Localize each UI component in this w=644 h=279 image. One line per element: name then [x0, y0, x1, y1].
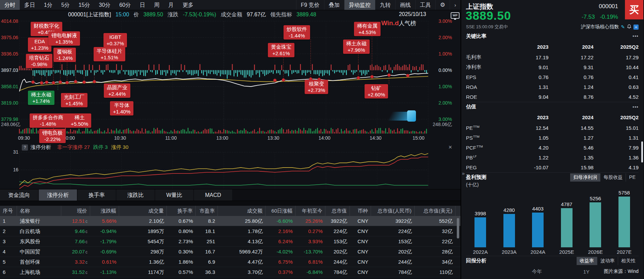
column-header-币种[interactable]: 币种	[350, 206, 371, 216]
metric-row-PCF: PCFTTM4.205.467.99	[466, 143, 639, 153]
sector-label-培育钻石[interactable]: 培育钻石-0.98%	[26, 54, 52, 68]
tool-button-F9 竞价[interactable]: F9 竞价	[296, 0, 324, 10]
bar-category: 2026E	[588, 249, 603, 256]
period-tab-多日[interactable]: 多日	[20, 0, 39, 10]
gear-icon[interactable]: ⚙	[435, 0, 450, 10]
tab-涨跌比[interactable]: 涨跌比	[116, 189, 155, 201]
lead-value: 3889.48	[296, 12, 316, 18]
panel-collapse-handle[interactable]: »	[462, 170, 465, 176]
period-1y[interactable]: 1Y	[583, 269, 589, 275]
sector-label-半导体硅片[interactable]: 半导体硅片+1.51%	[94, 47, 125, 61]
metric-row-PEG: PEG-10.0715.984.19	[466, 162, 639, 172]
column-header-成交额[interactable]: 成交额	[218, 206, 265, 216]
cell-成交额: 3.70亿	[218, 267, 265, 277]
help-icon[interactable]: ?	[22, 144, 28, 151]
metric-label: 净利率	[466, 64, 503, 71]
column-header-序号[interactable]: 序号	[0, 206, 17, 216]
tool-button-叠加[interactable]: 叠加	[324, 0, 344, 10]
returns-tab-波动率[interactable]: 波动率	[597, 257, 618, 265]
sector-label-炒股软件[interactable]: 炒股软件-1.44%	[284, 25, 310, 40]
edit-icon[interactable]: ✎	[621, 24, 625, 30]
section-returns: 回报分析 收益率波动率相关性	[466, 256, 639, 265]
period-tab-5分[interactable]: 5分	[57, 0, 74, 10]
alert-bell-icon[interactable]	[627, 24, 631, 30]
tab-资金流向[interactable]: 资金流向	[0, 189, 38, 201]
cell-年初至今: -13.70%	[295, 247, 325, 257]
intraday-chart[interactable]: 4014.083975.063936.053897.033858.013819.…	[0, 19, 461, 143]
period-tab-月[interactable]: 月	[164, 0, 178, 10]
period-tab-周[interactable]: 周	[149, 0, 164, 10]
period-tab-15分[interactable]: 15分	[74, 0, 95, 10]
tool-button-异动监控[interactable]: 异动监控	[344, 0, 375, 10]
column-header-成交量[interactable]: 成交量	[119, 206, 167, 216]
column-header-年初至今[interactable]: 年初至今	[295, 206, 325, 216]
period-tab-更多[interactable]: 更多	[178, 0, 198, 10]
sector-label-钻矿[interactable]: 钻矿+2.60%	[365, 84, 388, 98]
forecast-tab-PE[interactable]: PE	[626, 173, 639, 182]
table-row[interactable]: 1浦发银行12.51c5.66%2.10亿0.67%8.225.80亿-6.60…	[0, 216, 461, 226]
period-tab-日[interactable]: 日	[135, 0, 149, 10]
period-tab-30分[interactable]: 30分	[95, 0, 115, 10]
panel-scrollbar[interactable]	[641, 141, 643, 162]
period-tab-1分[interactable]: 1分	[39, 0, 57, 10]
sector-label-核聚变[interactable]: 核聚变+2.73%	[305, 80, 328, 94]
tab-W量比[interactable]: W量比	[155, 189, 193, 201]
column-header-总市值[interactable]: 总市值	[325, 206, 350, 216]
table-row[interactable]: 2白云机场9.46c-0.94%1895万0.80%18.11.78亿2.16%…	[0, 226, 461, 236]
tool-button-画线[interactable]: 画线	[395, 0, 415, 10]
column-header-现价[interactable]: 现价	[61, 206, 90, 216]
more-menu-icon[interactable]: •••	[632, 104, 639, 110]
cell-现价: 9.46c	[61, 226, 90, 236]
column-header-换手率[interactable]: 换手率	[167, 206, 196, 216]
more-menu-icon[interactable]: •••	[632, 33, 639, 39]
cell-总市值(人民币): 224亿	[371, 226, 415, 236]
column-header-60日涨幅[interactable]: 60日涨幅	[265, 206, 295, 216]
sector-label-黄金珠宝[interactable]: 黄金珠宝+2.61%	[268, 43, 294, 57]
column-header-涨跌幅[interactable]: 涨跌幅	[90, 206, 119, 216]
tab-涨停分析[interactable]: 涨停分析	[39, 189, 77, 201]
close-icon[interactable]: ×	[448, 144, 452, 151]
sector-label-稀土永磁[interactable]: 稀土永磁+1.74%	[28, 91, 54, 105]
sector-label-锂电负极[interactable]: 锂电负极-2.22%	[39, 129, 66, 143]
returns-tab-相关性[interactable]: 相关性	[618, 257, 639, 265]
returns-tabs: 收益率波动率相关性	[577, 257, 639, 265]
table-row[interactable]: 3东风股份7.66c-1.79%5454万2.73%2514.13亿6.24%3…	[0, 236, 461, 247]
metric-value: 4.19	[594, 165, 639, 170]
table-row[interactable]: 6上海机场31.52c-1.13%1174万0.57%36.33.70亿0.37…	[0, 267, 461, 277]
column-header-总市值(美元)[interactable]: 总市值(美元)	[415, 206, 455, 216]
table-scrollbar[interactable]	[457, 218, 459, 238]
y-axis-pct-label: 3.00%	[430, 18, 452, 24]
sector-label-EDA[interactable]: EDA+1.23%	[28, 37, 51, 52]
sector-label-IGBT[interactable]: IGBT+0.37%	[103, 33, 127, 47]
tool-button-九转[interactable]: 九转	[375, 0, 395, 10]
sector-label-稀土永磁[interactable]: 稀土永磁+7.96%	[343, 40, 370, 54]
chevron-right-icon[interactable]: ›	[450, 0, 461, 10]
metric-row-PB: PBLF1.221.351.36	[466, 153, 639, 162]
sector-label-半导体[interactable]: 半导体+1.40%	[110, 101, 133, 115]
tab-换手率[interactable]: 换手率	[78, 189, 116, 201]
returns-tab-收益率[interactable]: 收益率	[577, 257, 597, 265]
sector-label-光刻工厂[interactable]: 光刻工厂+1.45%	[61, 93, 87, 107]
table-row[interactable]: 5首创环保3.32c0.61%1.36亿1.86%6.94.47亿6.75%6.…	[0, 257, 461, 267]
column-header-名称[interactable]: 名称	[17, 206, 61, 216]
cell-现价: 7.66c	[61, 236, 90, 246]
sector-label-拼多多合作商[interactable]: 拼多多合作商-1.48%稀土+5.50%	[30, 113, 91, 128]
buy-button[interactable]: 买	[625, 0, 643, 19]
forecast-tab-每股收益[interactable]: 每股收益	[600, 173, 626, 182]
sector-label-稀有金属[interactable]: 稀有金属+4.53%	[354, 22, 381, 36]
forecast-tab-归母净利润[interactable]: 归母净利润	[570, 173, 600, 182]
wp-monitor-icon[interactable]: WP	[451, 12, 460, 19]
sector-label-锂电电解液[interactable]: 锂电电解液+1.35%	[48, 31, 80, 46]
tool-button-工具[interactable]: 工具	[415, 0, 435, 10]
add-icon[interactable]: ＋	[633, 25, 639, 30]
table-row[interactable]: 4中国国贸20.07c-0.69%298万0.30%16.75969.42万-4…	[0, 247, 461, 257]
column-header-总市值(人民币)[interactable]: 总市值(人民币)	[371, 206, 415, 216]
period-tab-60分[interactable]: 60分	[115, 0, 135, 10]
cell-市盈率: 8.2	[196, 216, 218, 226]
period-this-year[interactable]: 今年	[532, 268, 542, 275]
column-header-市盈率[interactable]: 市盈率	[196, 206, 218, 216]
tab-MACD[interactable]: MACD	[194, 189, 232, 201]
sector-label-覆铜板[interactable]: 覆铜板-1.24%	[53, 48, 76, 62]
period-tab-分时[interactable]: 分时	[0, 0, 20, 10]
sector-label-晶圆产业[interactable]: 晶圆产业+2.44%	[104, 83, 130, 98]
